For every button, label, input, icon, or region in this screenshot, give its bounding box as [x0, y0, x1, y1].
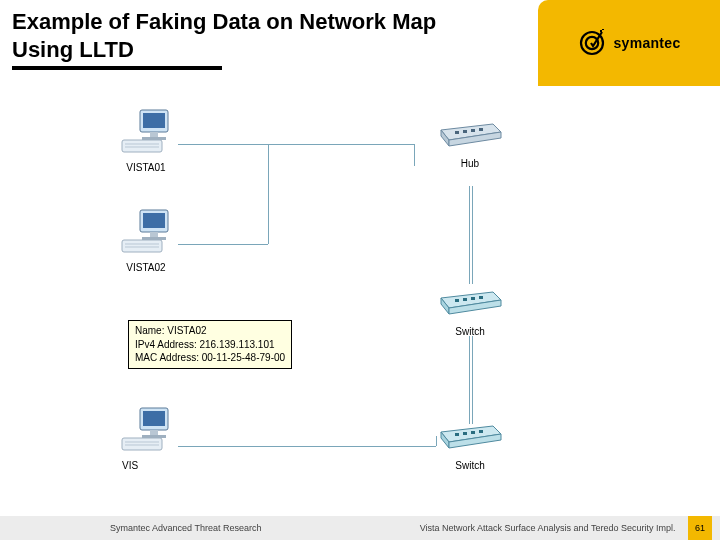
svg-rect-18 — [455, 131, 459, 134]
svg-rect-3 — [602, 29, 604, 30]
device-label: Switch — [434, 460, 506, 471]
svg-rect-13 — [150, 232, 158, 237]
svg-rect-2 — [600, 30, 602, 32]
device-switch-1: Switch — [434, 284, 506, 337]
footer-right-text: Vista Network Attack Surface Analysis an… — [420, 523, 676, 533]
svg-rect-15 — [122, 240, 162, 252]
svg-rect-27 — [143, 411, 165, 426]
footer-left: Symantec Advanced Threat Research — [0, 523, 420, 533]
computer-icon — [120, 106, 172, 156]
brand-band: symantec — [538, 0, 720, 86]
host-label: VIS — [114, 460, 178, 471]
link-line — [268, 144, 269, 244]
switch-icon — [435, 418, 505, 454]
svg-rect-22 — [455, 299, 459, 302]
device-label: Hub — [434, 158, 506, 169]
svg-rect-33 — [455, 433, 459, 436]
svg-rect-19 — [463, 130, 467, 133]
tooltip-name-value: VISTA02 — [167, 325, 206, 336]
host-vista03: VIS — [114, 404, 178, 471]
svg-rect-5 — [143, 113, 165, 128]
svg-rect-36 — [479, 430, 483, 433]
computer-icon — [120, 206, 172, 256]
slide-title: Example of Faking Data on Network Map Us… — [12, 8, 492, 63]
tooltip-mac-label: MAC Address: — [135, 352, 199, 363]
svg-rect-20 — [471, 129, 475, 132]
link-line — [178, 144, 414, 145]
tooltip-line-mac: MAC Address: 00-11-25-48-79-00 — [135, 351, 285, 365]
footer-right: Vista Network Attack Surface Analysis an… — [420, 516, 720, 540]
svg-rect-30 — [122, 438, 162, 450]
slide-footer: Symantec Advanced Threat Research Vista … — [0, 516, 720, 540]
link-line — [178, 446, 436, 447]
symantec-logo-icon — [578, 29, 606, 57]
link-line — [178, 244, 268, 245]
svg-rect-34 — [463, 432, 467, 435]
svg-rect-21 — [479, 128, 483, 131]
svg-rect-28 — [150, 430, 158, 435]
switch-icon — [435, 284, 505, 320]
tooltip-ip-value: 216.139.113.101 — [199, 339, 274, 350]
network-diagram: VISTA01 VISTA02 Hub — [114, 116, 534, 496]
host-vista02: VISTA02 — [114, 206, 178, 273]
brand-name: symantec — [614, 35, 681, 51]
tooltip-line-ip: IPv4 Address: 216.139.113.101 — [135, 338, 285, 352]
tooltip-name-label: Name: — [135, 325, 164, 336]
svg-rect-23 — [463, 298, 467, 301]
link-line — [469, 336, 470, 424]
title-underline — [12, 66, 222, 70]
device-switch-2: Switch — [434, 418, 506, 471]
host-label: VISTA01 — [114, 162, 178, 173]
svg-rect-8 — [122, 140, 162, 152]
link-line — [414, 144, 415, 166]
svg-rect-12 — [143, 213, 165, 228]
tooltip-ip-label: IPv4 Address: — [135, 339, 197, 350]
host-label: VISTA02 — [114, 262, 178, 273]
link-line — [469, 186, 470, 284]
link-line — [472, 336, 473, 424]
page-number: 61 — [688, 516, 712, 540]
device-hub: Hub — [434, 116, 506, 169]
computer-icon — [120, 404, 172, 454]
link-line — [472, 186, 473, 284]
hub-icon — [435, 116, 505, 152]
host-tooltip: Name: VISTA02 IPv4 Address: 216.139.113.… — [128, 320, 292, 369]
slide-header: Example of Faking Data on Network Map Us… — [0, 0, 720, 86]
svg-rect-6 — [150, 132, 158, 137]
svg-rect-35 — [471, 431, 475, 434]
svg-rect-24 — [471, 297, 475, 300]
host-vista01: VISTA01 — [114, 106, 178, 173]
tooltip-line-name: Name: VISTA02 — [135, 324, 285, 338]
svg-rect-25 — [479, 296, 483, 299]
device-label: Switch — [434, 326, 506, 337]
tooltip-mac-value: 00-11-25-48-79-00 — [202, 352, 285, 363]
